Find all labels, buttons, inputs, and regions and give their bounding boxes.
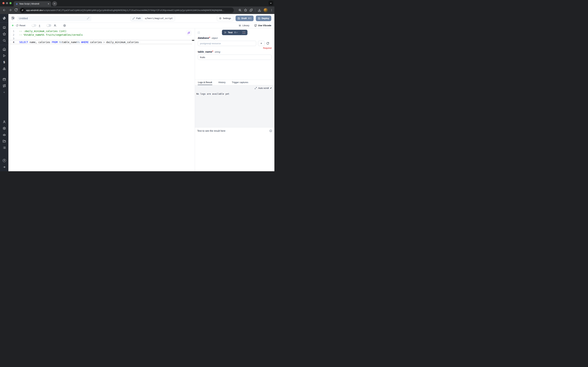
expand-icon[interactable] (255, 87, 257, 89)
panel-top-row: Test ⌘↵ (195, 28, 274, 36)
reset-button[interactable]: Reset (16, 24, 25, 27)
sidebar-item-routes[interactable] (0, 83, 8, 89)
code-line-2: -- %%table_name%% fruits/vegetables/cere… (19, 33, 83, 37)
settings-label: Settings (223, 17, 231, 20)
tab-trigger-captures[interactable]: Trigger captures (232, 80, 248, 85)
site-settings-icon[interactable] (20, 8, 25, 12)
settings-button[interactable]: Settings (217, 16, 233, 21)
sidebar-item-workspace[interactable] (0, 24, 8, 31)
auto-scroll-label: Auto scroll (258, 87, 269, 89)
toolbar-divider (255, 8, 255, 12)
browser-actions (238, 8, 273, 12)
code-line-4: SELECT name, calories FROM %%table_name%… (19, 40, 139, 44)
deploy-button[interactable]: Deploy (256, 16, 271, 21)
bookmark-star-icon[interactable] (244, 8, 247, 12)
sidebar-item-account[interactable] (0, 119, 8, 125)
windmill-logo-icon[interactable] (0, 14, 8, 22)
zoom-window-button[interactable] (9, 2, 12, 4)
save-icon (238, 17, 240, 20)
new-tab-button[interactable]: + (52, 1, 57, 6)
diff-toggle[interactable] (32, 24, 36, 27)
logs-pane: Auto scroll ✔ No logs are available yet (195, 85, 274, 127)
reload-icon[interactable] (14, 8, 18, 12)
library-button[interactable]: Library (239, 24, 249, 27)
tab-search-chevron-icon[interactable] (269, 1, 273, 6)
github-icon (254, 24, 257, 27)
sidebar-item-folders[interactable] (0, 138, 8, 144)
required-hint: Required (198, 47, 272, 49)
browser-window: New Script | Windmill ✕ + app.win (0, 0, 274, 171)
sidebar-item-schedules[interactable] (0, 76, 8, 83)
auto-scroll-control[interactable]: Auto scroll ✔ (255, 87, 272, 89)
address-bar[interactable]: app.windmill.dev/scripts/add#JTdCJTIyaGF… (20, 8, 234, 13)
path-button[interactable]: Path u/henri/magical_script (130, 16, 175, 21)
sidebar-item-search[interactable] (0, 37, 8, 44)
draft-button[interactable]: Draft ⌘S (235, 16, 253, 21)
profile-avatar[interactable] (264, 8, 268, 12)
draft-label: Draft (241, 17, 247, 20)
add-resource-button[interactable]: + (258, 41, 265, 46)
edit-title-pencil-icon[interactable] (87, 17, 89, 20)
line-number: 2 (8, 33, 14, 37)
browser-menu-icon[interactable] (270, 9, 273, 12)
editor-settings-gear-icon[interactable] (63, 24, 66, 27)
sidebar-item-audit-logs[interactable] (0, 144, 8, 151)
sidebar-expand-arrow-icon[interactable] (0, 164, 8, 170)
sidebar-item-help[interactable]: ? (0, 157, 8, 164)
editor-toolbar: Reset ± Library (8, 23, 274, 28)
close-window-button[interactable] (2, 2, 5, 4)
ai-assistant-button[interactable] (186, 30, 192, 35)
table-name-field-name: table_name (198, 50, 212, 53)
url-host: app.windmill.dev (26, 9, 43, 12)
sidebar-item-favorites[interactable] (0, 31, 8, 37)
capture-icon (243, 31, 245, 34)
database-resource-input[interactable] (198, 41, 256, 46)
code-line-1: -- :daily_minimum_calories (int) (19, 29, 67, 33)
minimize-window-button[interactable] (6, 2, 8, 4)
database-field-type: object (211, 37, 218, 39)
sidebar-item-runs[interactable] (0, 52, 8, 59)
ready-status-dot (12, 25, 14, 26)
extensions-puzzle-icon[interactable] (250, 8, 253, 12)
sidebar-item-workers[interactable] (0, 132, 8, 138)
collapse-panel-icon[interactable] (197, 31, 200, 34)
downloads-icon[interactable] (258, 8, 261, 12)
capture-run-button[interactable] (240, 30, 247, 35)
sidebar-item-home[interactable] (0, 46, 8, 52)
script-title-box[interactable] (17, 16, 91, 21)
browser-tab[interactable]: New Script | Windmill ✕ (14, 1, 51, 7)
play-icon (224, 31, 227, 33)
reset-label: Reset (19, 24, 25, 27)
test-button[interactable]: Test ⌘↵ (222, 30, 240, 35)
users-icon (54, 24, 57, 27)
script-args-form: database* object + Required tabl (195, 36, 274, 80)
windmill-favicon-icon (15, 3, 18, 5)
sidebar-item-add[interactable]: + (0, 89, 8, 95)
tab-close-icon[interactable]: ✕ (48, 3, 49, 5)
path-label: Path (136, 17, 141, 20)
workarea: 1 2 3 4 -- :daily_minimum_calories (int)… (8, 28, 274, 171)
back-icon[interactable] (2, 8, 6, 12)
sidebar-item-resources[interactable] (0, 66, 8, 72)
dollar-icon: $ (3, 60, 5, 64)
scrollbar-cursor-mark (192, 40, 194, 41)
table-name-input[interactable] (198, 55, 272, 60)
no-logs-message: No logs are available yet (196, 92, 229, 95)
code-editor[interactable]: 1 2 3 4 -- :daily_minimum_calories (int)… (8, 28, 195, 171)
page-zoom-icon[interactable] (238, 8, 242, 12)
sidebar-item-variables[interactable]: $ (0, 59, 8, 66)
sidebar-item-settings[interactable] (0, 125, 8, 132)
multiplayer-toggle[interactable] (47, 24, 51, 27)
draft-shortcut: ⌘S (248, 17, 252, 20)
use-vscode-button[interactable]: Use VScode (254, 24, 271, 27)
required-asterisk: * (212, 50, 213, 53)
tab-title: New Script | Windmill (19, 3, 46, 5)
refresh-resources-icon[interactable] (266, 42, 269, 45)
tab-logs-result[interactable]: Logs & Result (198, 80, 212, 85)
info-icon[interactable] (269, 129, 272, 132)
tab-history[interactable]: History (218, 80, 226, 85)
script-title-input[interactable] (19, 17, 87, 20)
diff-icon: ± (39, 24, 40, 27)
forward-icon[interactable] (8, 8, 12, 12)
library-label: Library (242, 24, 249, 27)
